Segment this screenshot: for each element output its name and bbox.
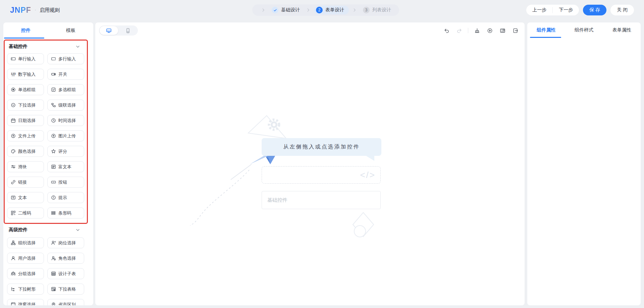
advanced-controls-grid: 组织选择 岗位选择 用户选择 角色选择 分组选择 设计子表: [7, 237, 84, 305]
control-item[interactable]: 设计子表: [47, 268, 84, 279]
control-item[interactable]: 多行输入: [47, 53, 84, 64]
close-button[interactable]: 关 闭: [610, 5, 634, 15]
toolbar-button[interactable]: [511, 26, 519, 35]
properties-tab[interactable]: 组件属性: [527, 22, 565, 38]
save-button[interactable]: 保 存: [583, 5, 606, 15]
sidebar-tab[interactable]: 模板: [48, 22, 93, 39]
control-item[interactable]: 分组选择: [7, 268, 44, 279]
alert-icon: [51, 195, 56, 200]
control-item[interactable]: 链接: [7, 177, 44, 188]
empty-hint-bubble: 从左侧拖入或点选添加控件: [262, 138, 381, 156]
control-item[interactable]: 富文本: [47, 161, 84, 172]
toolbar-button[interactable]: [498, 26, 506, 35]
time-picker-icon: [51, 118, 56, 123]
control-item[interactable]: 下拉选择: [7, 100, 44, 111]
toolbar-button[interactable]: [455, 26, 463, 35]
date-picker-icon: [11, 118, 16, 123]
control-item[interactable]: 多选框组: [47, 84, 84, 95]
control-item-label: 下拉树形: [18, 286, 36, 292]
ghost-control-label: 基础控件: [267, 197, 287, 203]
device-toggle-button[interactable]: [100, 26, 118, 35]
canvas-action-icons: [442, 26, 519, 35]
control-item[interactable]: 单行输入: [7, 53, 44, 64]
control-item[interactable]: 用户选择: [7, 253, 44, 264]
step-nav-button-group: 上一步 下一步: [526, 5, 579, 15]
file-upload-icon: [11, 133, 16, 138]
control-item[interactable]: 单选框组: [7, 84, 44, 95]
table-select-icon: [51, 287, 56, 292]
control-item-label: 滑块: [18, 164, 27, 170]
control-item[interactable]: 条形码: [47, 207, 84, 219]
drop-zone[interactable]: </>: [262, 166, 381, 184]
code-glyph: </>: [360, 170, 376, 180]
sidebar-tab[interactable]: 控件: [3, 22, 48, 39]
control-item-label: 岗位选择: [58, 240, 76, 246]
control-item[interactable]: 颜色选择: [7, 146, 44, 157]
control-item-label: 链接: [18, 179, 27, 185]
canvas-toolbar: [95, 22, 525, 39]
control-item[interactable]: 日期选择: [7, 115, 44, 126]
page-title: 启用规则: [40, 5, 60, 15]
control-item[interactable]: 组织选择: [7, 237, 44, 248]
properties-tabs: 组件属性 组件样式 表单属性: [527, 22, 641, 38]
user-select-icon: [11, 256, 16, 261]
select-icon: [11, 103, 16, 108]
control-item-label: 设计子表: [58, 271, 76, 277]
control-item[interactable]: 岗位选择: [47, 237, 84, 248]
control-item[interactable]: 提示: [47, 192, 84, 203]
switch-icon: [51, 72, 56, 77]
control-item-label: 富文本: [58, 164, 71, 170]
step-number: 3: [365, 8, 368, 12]
control-item[interactable]: 滑块: [7, 161, 44, 172]
control-item-label: 用户选择: [18, 255, 36, 261]
toolbar-button[interactable]: [473, 26, 481, 35]
properties-tab-label: 组件属性: [537, 27, 555, 33]
color-picker-icon: [11, 149, 16, 154]
control-item-label: 时间选择: [58, 118, 76, 124]
control-item[interactable]: 评分: [47, 146, 84, 157]
step-badge: [272, 7, 278, 13]
clear-icon: [474, 28, 480, 34]
control-item-label: 多选框组: [58, 87, 76, 93]
toolbar-divider: [468, 28, 468, 33]
sidebar-tab-label: 控件: [21, 27, 31, 33]
ai-form-icon: [500, 28, 505, 34]
control-item[interactable]: 按钮: [47, 177, 84, 188]
control-item[interactable]: 图片上传: [47, 130, 84, 141]
barcode-icon: [51, 210, 56, 215]
stepper-step: 2 表单设计: [303, 6, 349, 14]
section-title: 高级控件: [9, 227, 28, 233]
control-item[interactable]: 二维码: [7, 207, 44, 219]
prev-step-button[interactable]: 上一步: [526, 5, 552, 15]
slider-icon: [11, 164, 16, 169]
control-item-label: 多行输入: [58, 56, 76, 62]
stepper: 基础设计 2 表单设计 3 列表设计: [252, 4, 399, 16]
section-header-basic[interactable]: 基础控件: [7, 43, 84, 50]
control-item[interactable]: 角色选择: [47, 253, 84, 264]
control-item-label: 单选框组: [18, 87, 36, 93]
toolbar-button[interactable]: [486, 26, 494, 35]
control-item-label: 数字输入: [18, 71, 36, 77]
control-item[interactable]: 文本: [7, 192, 44, 203]
properties-tab[interactable]: 组件样式: [565, 22, 603, 38]
control-item[interactable]: 省市区划: [47, 299, 84, 305]
button-icon: [51, 180, 56, 185]
control-item[interactable]: 下拉树形: [7, 284, 44, 295]
control-item[interactable]: 下拉表格: [47, 284, 84, 295]
undo-icon: [444, 28, 449, 34]
toolbar-button[interactable]: [442, 26, 450, 35]
section-header-advanced[interactable]: 高级控件: [7, 227, 84, 233]
control-item[interactable]: 文件上传: [7, 130, 44, 141]
history-icons: [442, 26, 463, 35]
control-item[interactable]: 时间选择: [47, 115, 84, 126]
step-badge: 3: [363, 7, 370, 13]
next-step-button[interactable]: 下一步: [553, 5, 579, 15]
control-item-label: 开关: [58, 71, 67, 77]
control-item[interactable]: 数字输入: [7, 69, 44, 80]
control-item[interactable]: 弹窗选择: [7, 299, 44, 305]
control-item[interactable]: 级联选择: [47, 100, 84, 111]
control-item[interactable]: 开关: [47, 69, 84, 80]
subtable-icon: [51, 271, 56, 276]
device-toggle-button[interactable]: [119, 26, 137, 35]
properties-tab[interactable]: 表单属性: [603, 22, 641, 38]
